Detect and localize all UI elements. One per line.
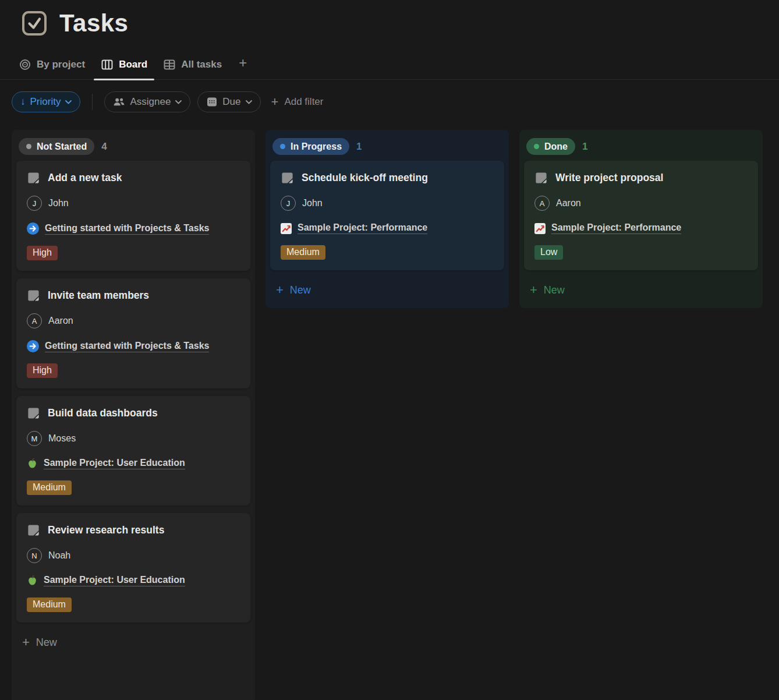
view-tabs: By project Board All tasks +: [0, 51, 779, 80]
task-card[interactable]: Build data dashboards M Moses: [16, 396, 250, 505]
priority-badge: High: [27, 246, 58, 260]
project-link[interactable]: Sample Project: Performance: [298, 222, 427, 234]
project-link[interactable]: Sample Project: User Education: [44, 575, 185, 586]
project-link[interactable]: Getting started with Projects & Tasks: [45, 223, 209, 235]
project-row: Sample Project: User Education: [27, 458, 240, 469]
badge-row: Medium: [27, 480, 240, 495]
plus-icon: +: [271, 96, 279, 108]
task-title-row: Build data dashboards: [27, 406, 240, 420]
status-label: In Progress: [291, 142, 342, 152]
add-view-button[interactable]: +: [231, 51, 255, 79]
assignee-row: J John: [27, 196, 240, 211]
divider: [92, 94, 93, 110]
task-title-row: Write project proposal: [534, 171, 748, 185]
filter-bar: ↓ Priority Assignee: [0, 91, 779, 112]
assignee-avatar: J: [281, 196, 296, 211]
status-label: Not Started: [37, 142, 87, 152]
column-header: Done 1: [524, 135, 758, 161]
task-title: Write project proposal: [555, 172, 663, 184]
task-card[interactable]: Invite team members A Aaron: [16, 278, 250, 388]
add-filter-button[interactable]: + Add filter: [268, 96, 327, 108]
project-link[interactable]: Getting started with Projects & Tasks: [45, 341, 209, 352]
tab-board[interactable]: Board: [94, 55, 154, 79]
apple-icon: [27, 458, 38, 469]
project-link[interactable]: Sample Project: Performance: [551, 222, 681, 234]
people-icon: [113, 96, 125, 108]
assignee-avatar: A: [534, 196, 550, 211]
filter-pill-assignee[interactable]: Assignee: [104, 91, 190, 112]
arrow-circle-icon: [27, 222, 39, 235]
status-dot-icon: [26, 144, 31, 149]
task-card[interactable]: Review research results N Noah: [16, 513, 250, 623]
table-icon: [163, 58, 176, 71]
tab-label: Board: [119, 59, 147, 70]
page-icon: [27, 171, 40, 185]
assignee-avatar: J: [27, 196, 42, 211]
column-cards: Add a new task J John: [16, 161, 250, 623]
priority-badge: Medium: [27, 598, 72, 612]
board-column-in-progress: In Progress 1 Schedule kick-off meeting …: [265, 130, 509, 308]
sort-pill-priority[interactable]: ↓ Priority: [12, 91, 80, 112]
task-card[interactable]: Schedule kick-off meeting J John: [270, 161, 504, 270]
assignee-name: John: [48, 198, 69, 208]
column-header: In Progress 1: [270, 135, 504, 161]
assignee-row: A Aaron: [27, 313, 240, 328]
assignee-avatar: N: [27, 548, 42, 563]
column-count: 1: [356, 141, 362, 153]
priority-badge: High: [27, 363, 58, 378]
calendar-icon: [206, 96, 218, 108]
new-task-label: New: [36, 637, 57, 649]
task-title-row: Add a new task: [27, 171, 240, 185]
task-title: Invite team members: [48, 289, 149, 302]
status-dot-icon: [534, 144, 539, 149]
project-link[interactable]: Sample Project: User Education: [44, 458, 185, 469]
new-task-button[interactable]: + New: [524, 278, 758, 303]
new-task-button[interactable]: + New: [270, 278, 504, 303]
task-title: Add a new task: [48, 172, 122, 184]
assignee-name: Aaron: [556, 198, 581, 208]
sort-label: Priority: [30, 96, 61, 108]
assignee-row: J John: [281, 196, 494, 211]
assignee-row: M Moses: [27, 431, 240, 446]
filter-pill-due[interactable]: Due: [197, 91, 260, 112]
tab-by-project[interactable]: By project: [12, 55, 92, 79]
column-count: 4: [101, 141, 107, 153]
column-status-pill[interactable]: In Progress: [272, 138, 349, 155]
assignee-name: Noah: [48, 550, 70, 561]
board-column-not-started: Not Started 4 Add a new task J John: [12, 130, 255, 700]
chart-icon: [534, 223, 546, 234]
column-status-pill[interactable]: Not Started: [19, 138, 94, 155]
badge-row: Medium: [281, 245, 494, 260]
assignee-avatar: M: [27, 431, 42, 446]
new-task-button[interactable]: + New: [16, 630, 250, 656]
chevron-down-icon: [246, 100, 252, 104]
priority-badge: Low: [534, 245, 563, 260]
column-status-pill[interactable]: Done: [526, 138, 575, 155]
new-task-label: New: [290, 284, 311, 296]
assignee-name: Aaron: [48, 316, 73, 326]
assignee-name: Moses: [48, 433, 76, 444]
page-icon: [281, 171, 294, 185]
arrow-down-icon: ↓: [20, 96, 26, 108]
checkbox-icon: [21, 10, 48, 37]
tab-all-tasks[interactable]: All tasks: [156, 55, 229, 79]
task-card[interactable]: Write project proposal A Aaron: [524, 161, 758, 270]
filter-label: Assignee: [130, 96, 171, 108]
task-card[interactable]: Add a new task J John: [16, 161, 250, 271]
priority-badge: Medium: [27, 480, 72, 495]
column-cards: Schedule kick-off meeting J John: [270, 161, 504, 270]
chevron-down-icon: [65, 100, 72, 104]
chevron-down-icon: [175, 100, 182, 104]
page-icon: [27, 289, 40, 302]
apple-icon: [27, 575, 38, 586]
project-row: Sample Project: User Education: [27, 575, 240, 586]
tab-label: All tasks: [181, 59, 222, 70]
page-title: Tasks: [59, 9, 128, 37]
target-icon: [19, 58, 31, 71]
status-dot-icon: [280, 144, 285, 149]
page-icon: [534, 171, 548, 185]
task-title: Build data dashboards: [48, 407, 158, 419]
add-filter-label: Add filter: [284, 96, 323, 108]
task-title: Schedule kick-off meeting: [302, 172, 428, 184]
badge-row: High: [27, 246, 240, 260]
